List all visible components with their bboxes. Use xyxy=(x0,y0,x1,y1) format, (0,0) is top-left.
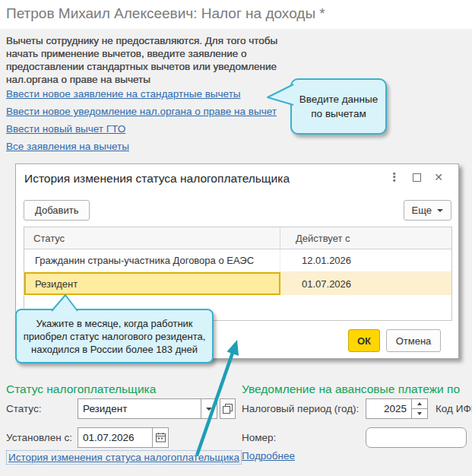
cell-valid-from[interactable]: 12.01.2026 xyxy=(280,249,451,271)
cancel-button[interactable]: Отмена xyxy=(386,329,441,352)
more-button-label: Еще xyxy=(412,205,432,216)
deductions-notice-text: Вычеты сотруднику не предоставляются. Дл… xyxy=(6,34,312,86)
callout-resident-hint: Укажите в месяце, когда работник приобре… xyxy=(15,309,214,363)
triangle-up-icon xyxy=(417,402,422,405)
triangle-down-icon xyxy=(417,412,422,415)
more-button[interactable]: Еще xyxy=(404,200,451,221)
ok-button[interactable]: ОК xyxy=(348,329,380,352)
open-form-icon xyxy=(223,404,233,414)
ifns-code-label: Код ИФНС xyxy=(436,403,472,414)
window-menu-icon[interactable]: ⋮ xyxy=(388,171,400,183)
status-combobox xyxy=(78,398,217,419)
chevron-down-icon xyxy=(206,408,212,411)
column-header-status[interactable]: Статус xyxy=(24,227,280,249)
chevron-down-icon xyxy=(437,209,443,212)
add-button[interactable]: Добавить xyxy=(24,200,90,221)
link-new-standard-deduction[interactable]: Ввести новое заявление на стандартные вы… xyxy=(6,88,241,100)
table-header: Статус Действует с xyxy=(24,227,451,249)
title-bar: Петров Михаил Алексеевич: Налог на доход… xyxy=(0,0,472,29)
dialog-title: История изменения статуса налогоплательщ… xyxy=(24,172,290,186)
window-controls: ⋮ ✕ xyxy=(388,171,443,183)
table-row[interactable]: Гражданин страны-участника Договора о ЕА… xyxy=(24,249,451,272)
tax-period-input[interactable] xyxy=(366,399,411,418)
callout-enter-deduction-data: Введите данные по вычетам xyxy=(290,78,387,135)
established-label: Установлен с: xyxy=(6,432,72,443)
maximize-icon[interactable] xyxy=(413,173,421,182)
spinner-down-button[interactable] xyxy=(412,409,427,418)
taxpayer-status-header: Статус налогоплательщика xyxy=(6,382,156,396)
link-all-applications[interactable]: Все заявления на вычеты xyxy=(6,141,129,152)
tax-period-spinner xyxy=(366,398,428,419)
table-row-selected[interactable]: Резидент 01.07.2026 xyxy=(24,272,451,295)
cell-status-selected[interactable]: Резидент xyxy=(24,272,280,295)
status-label: Статус: xyxy=(6,403,41,414)
details-link[interactable]: Подробнее xyxy=(242,450,295,462)
status-history-link[interactable]: История изменения статуса налогоплательщ… xyxy=(6,450,242,465)
dropdown-button[interactable] xyxy=(201,399,217,418)
cell-status[interactable]: Гражданин страны-участника Договора о ЕА… xyxy=(24,249,280,271)
established-date-input[interactable] xyxy=(78,428,152,447)
calendar-icon xyxy=(156,433,166,443)
cell-valid-from[interactable]: 01.07.2026 xyxy=(280,272,451,295)
number-field xyxy=(366,427,467,448)
deduction-links: Ввести новое заявление на стандартные вы… xyxy=(6,87,277,157)
open-status-list-button[interactable] xyxy=(220,398,236,419)
number-label: Номер: xyxy=(242,432,276,443)
close-icon[interactable]: ✕ xyxy=(434,171,443,183)
page-title: Петров Михаил Алексеевич: Налог на доход… xyxy=(6,5,325,22)
column-header-valid-from[interactable]: Действует с xyxy=(280,227,451,249)
date-picker-button[interactable] xyxy=(152,428,168,447)
status-input[interactable] xyxy=(78,399,201,418)
advance-notice-header: Уведомление на авансовые платежи по xyxy=(242,382,460,396)
status-history-table: Статус Действует с Гражданин страны-учас… xyxy=(24,227,452,321)
established-date-field xyxy=(78,427,169,448)
number-input[interactable] xyxy=(366,428,466,447)
spinner-buttons xyxy=(411,399,427,418)
tax-period-label: Налоговый период (год): xyxy=(242,403,359,414)
spinner-up-button[interactable] xyxy=(412,399,427,409)
link-new-gto-deduction[interactable]: Ввести новый вычет ГТО xyxy=(6,123,125,135)
link-new-tax-notification[interactable]: Ввести новое уведомление нал.органа о пр… xyxy=(6,106,277,117)
